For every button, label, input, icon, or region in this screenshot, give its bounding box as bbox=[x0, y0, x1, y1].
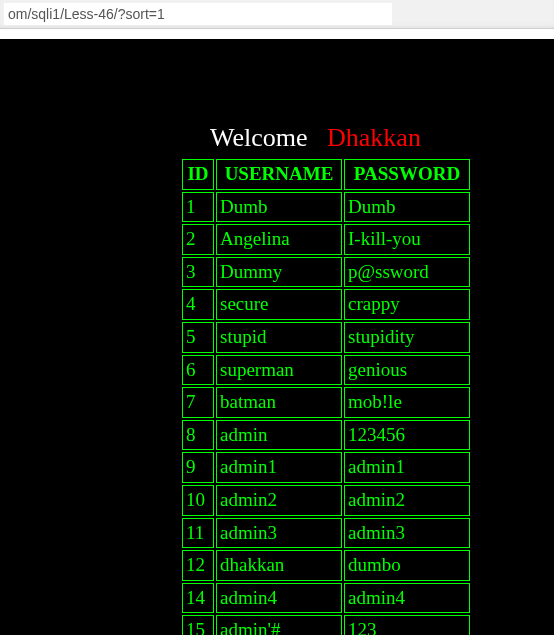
page-body: Welcome Dhakkan ID USERNAME PASSWORD 1Du… bbox=[0, 39, 554, 635]
table-row: 2AngelinaI-kill-you bbox=[182, 224, 470, 255]
col-header-username: USERNAME bbox=[216, 159, 342, 190]
cell-id: 14 bbox=[182, 583, 214, 614]
table-row: 11admin3admin3 bbox=[182, 518, 470, 549]
cell-id: 9 bbox=[182, 452, 214, 483]
cell-username: superman bbox=[216, 355, 342, 386]
cell-username: admin1 bbox=[216, 452, 342, 483]
cell-id: 8 bbox=[182, 420, 214, 451]
cell-username: admin2 bbox=[216, 485, 342, 516]
cell-id: 15 bbox=[182, 615, 214, 635]
table-header-row: ID USERNAME PASSWORD bbox=[182, 159, 470, 190]
cell-id: 10 bbox=[182, 485, 214, 516]
content-wrap: Welcome Dhakkan ID USERNAME PASSWORD 1Du… bbox=[180, 123, 550, 635]
page-title: Welcome Dhakkan bbox=[210, 123, 550, 153]
cell-username: stupid bbox=[216, 322, 342, 353]
url-input[interactable] bbox=[4, 3, 392, 25]
cell-id: 12 bbox=[182, 550, 214, 581]
browser-toolbar-gap bbox=[0, 29, 554, 39]
table-row: 3Dummyp@ssword bbox=[182, 257, 470, 288]
cell-username: Angelina bbox=[216, 224, 342, 255]
cell-password: dumbo bbox=[344, 550, 470, 581]
cell-username: Dummy bbox=[216, 257, 342, 288]
table-row: 14admin4admin4 bbox=[182, 583, 470, 614]
table-row: 1DumbDumb bbox=[182, 192, 470, 223]
cell-id: 7 bbox=[182, 387, 214, 418]
cell-username: secure bbox=[216, 289, 342, 320]
col-header-id: ID bbox=[182, 159, 214, 190]
cell-id: 6 bbox=[182, 355, 214, 386]
cell-id: 3 bbox=[182, 257, 214, 288]
cell-password: p@ssword bbox=[344, 257, 470, 288]
table-row: 10admin2admin2 bbox=[182, 485, 470, 516]
cell-username: batman bbox=[216, 387, 342, 418]
cell-username: dhakkan bbox=[216, 550, 342, 581]
table-row: 4securecrappy bbox=[182, 289, 470, 320]
cell-username: Dumb bbox=[216, 192, 342, 223]
col-header-password: PASSWORD bbox=[344, 159, 470, 190]
cell-username: admin4 bbox=[216, 583, 342, 614]
cell-id: 11 bbox=[182, 518, 214, 549]
table-row: 8admin123456 bbox=[182, 420, 470, 451]
cell-username: admin bbox=[216, 420, 342, 451]
cell-password: admin2 bbox=[344, 485, 470, 516]
cell-password: 123456 bbox=[344, 420, 470, 451]
table-row: 5stupidstupidity bbox=[182, 322, 470, 353]
cell-password: I-kill-you bbox=[344, 224, 470, 255]
cell-id: 4 bbox=[182, 289, 214, 320]
users-table: ID USERNAME PASSWORD 1DumbDumb2AngelinaI… bbox=[180, 157, 472, 635]
table-row: 12dhakkandumbo bbox=[182, 550, 470, 581]
browser-address-bar bbox=[0, 0, 554, 29]
cell-password: admin1 bbox=[344, 452, 470, 483]
cell-username: admin'# bbox=[216, 615, 342, 635]
table-row: 6supermangenious bbox=[182, 355, 470, 386]
cell-password: admin4 bbox=[344, 583, 470, 614]
cell-password: Dumb bbox=[344, 192, 470, 223]
table-row: 15admin'#123 bbox=[182, 615, 470, 635]
cell-username: admin3 bbox=[216, 518, 342, 549]
table-body: 1DumbDumb2AngelinaI-kill-you3Dummyp@sswo… bbox=[182, 192, 470, 635]
cell-password: genious bbox=[344, 355, 470, 386]
cell-password: 123 bbox=[344, 615, 470, 635]
cell-id: 1 bbox=[182, 192, 214, 223]
page-title-plain: Welcome bbox=[210, 123, 327, 152]
table-row: 7batmanmob!le bbox=[182, 387, 470, 418]
table-row: 9admin1admin1 bbox=[182, 452, 470, 483]
cell-password: mob!le bbox=[344, 387, 470, 418]
cell-password: admin3 bbox=[344, 518, 470, 549]
cell-password: stupidity bbox=[344, 322, 470, 353]
page-title-highlight: Dhakkan bbox=[327, 123, 421, 152]
cell-id: 2 bbox=[182, 224, 214, 255]
cell-id: 5 bbox=[182, 322, 214, 353]
cell-password: crappy bbox=[344, 289, 470, 320]
